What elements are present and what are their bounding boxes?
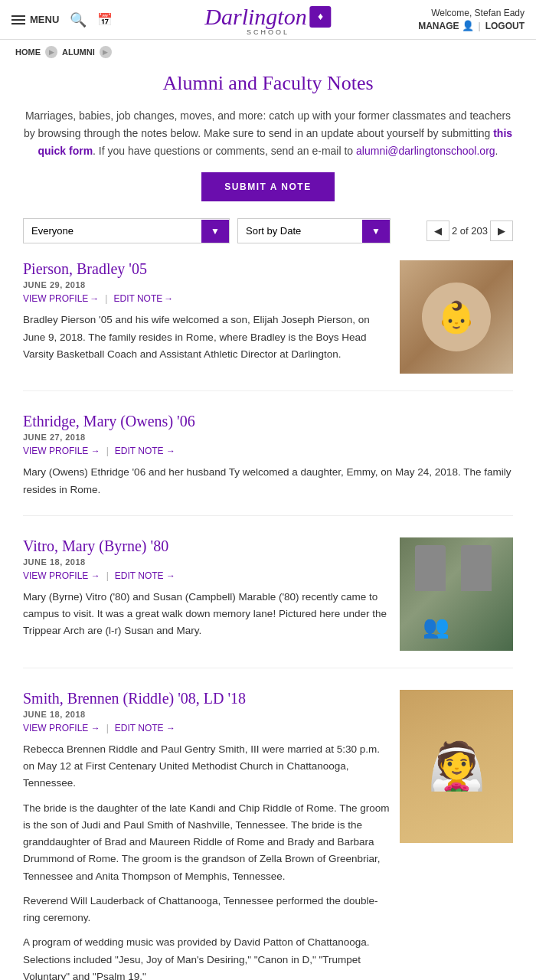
note-image-vitro: 👥 (400, 537, 513, 651)
sort-dropdown-button[interactable]: ▼ (362, 220, 390, 243)
breadcrumb: HOME ▶ ALUMNI ▶ (0, 40, 536, 64)
note-date-vitro: JUNE 18, 2018 (23, 557, 391, 567)
link-sep-pierson: | (105, 293, 107, 304)
note-links-smith: VIEW PROFILE → | EDIT NOTE → (23, 723, 391, 733)
submit-note-button[interactable]: SUBMIT A NOTE (201, 172, 334, 201)
edit-note-pierson[interactable]: EDIT NOTE → (113, 293, 173, 304)
breadcrumb-end-arrow: ▶ (100, 46, 112, 58)
prev-page-button[interactable]: ◀ (427, 220, 449, 241)
view-profile-vitro[interactable]: VIEW PROFILE → (23, 570, 100, 581)
intro-text-1: Marriages, babies, job changes, moves, a… (24, 109, 511, 139)
school-logo: Darlington ♦ (204, 4, 331, 30)
filters-row: Everyone ▼ Sort by Date ▼ ◀ 2 of 203 ▶ (23, 218, 513, 243)
school-name: Darlington (204, 4, 306, 30)
note-item-vitro: Vitro, Mary (Byrne) '80 JUNE 18, 2018 VI… (23, 537, 513, 668)
note-content-pierson: Pierson, Bradley '05 JUNE 29, 2018 VIEW … (23, 260, 400, 374)
edit-note-ethridge[interactable]: EDIT NOTE → (115, 446, 175, 456)
note-image-pierson: 👶 (400, 260, 513, 374)
filter-everyone[interactable]: Everyone ▼ (23, 218, 230, 243)
note-links-ethridge: VIEW PROFILE → | EDIT NOTE → (23, 446, 513, 456)
intro-text-3: . (495, 145, 498, 157)
note-name-ethridge[interactable]: Ethridge, Mary (Owens) '06 (23, 413, 513, 430)
note-text-smith-3: Reverend Will Lauderback of Chattanooga,… (23, 893, 391, 927)
edit-note-smith[interactable]: EDIT NOTE → (115, 723, 175, 733)
view-profile-pierson[interactable]: VIEW PROFILE → (23, 293, 99, 304)
logout-link[interactable]: LOGOUT (485, 21, 525, 31)
header-right: Welcome, Stefan Eady MANAGE 👤 | LOGOUT (418, 8, 525, 31)
note-text-vitro: Mary (Byrne) Vitro ('80) and Susan (Camp… (23, 589, 391, 640)
note-item-smith: Smith, Brennen (Riddle) '08, LD '18 JUNE… (23, 690, 513, 980)
note-text-smith-2: The bride is the daughter of the late Ka… (23, 800, 391, 885)
note-date-ethridge: JUNE 27, 2018 (23, 433, 513, 442)
note-date-smith: JUNE 18, 2018 (23, 710, 391, 719)
manage-user-icon: 👤 (462, 20, 474, 31)
header-divider: | (479, 21, 481, 31)
link-sep-vitro: | (106, 570, 109, 581)
main-content: Alumni and Faculty Notes Marriages, babi… (0, 64, 536, 980)
menu-label: MENU (30, 14, 59, 25)
note-content-vitro: Vitro, Mary (Byrne) '80 JUNE 18, 2018 VI… (23, 537, 400, 651)
breadcrumb-home[interactable]: HOME (15, 47, 41, 57)
menu-button[interactable]: MENU (11, 14, 59, 25)
page-info: 2 of 203 (452, 225, 488, 237)
note-item-ethridge: Ethridge, Mary (Owens) '06 JUNE 27, 2018… (23, 413, 513, 516)
link-sep-ethridge: | (106, 446, 109, 456)
sort-select-wrapper[interactable]: Sort by Date ▼ (237, 218, 391, 243)
note-links-pierson: VIEW PROFILE → | EDIT NOTE → (23, 293, 391, 304)
note-name-smith[interactable]: Smith, Brennen (Riddle) '08, LD '18 (23, 690, 391, 707)
note-text-smith-1: Rebecca Brennen Riddle and Paul Gentry S… (23, 741, 391, 792)
note-image-smith: 👰 (400, 690, 513, 980)
breadcrumb-separator: ▶ (45, 46, 57, 58)
header: MENU 🔍 📅 Darlington ♦ SCHOOL Welcome, St… (0, 0, 536, 40)
edit-note-vitro[interactable]: EDIT NOTE → (115, 570, 175, 581)
note-content-smith: Smith, Brennen (Riddle) '08, LD '18 JUNE… (23, 690, 400, 980)
filter-dropdown-button[interactable]: ▼ (201, 220, 229, 243)
page-title: Alumni and Faculty Notes (23, 72, 513, 95)
note-name-pierson[interactable]: Pierson, Bradley '05 (23, 260, 391, 278)
school-badge: ♦ (310, 6, 332, 28)
search-icon[interactable]: 🔍 (70, 11, 87, 28)
header-center: Darlington ♦ SCHOOL (204, 4, 331, 36)
breadcrumb-alumni[interactable]: ALUMNI (62, 47, 95, 57)
next-page-button[interactable]: ▶ (490, 220, 513, 241)
note-text-ethridge: Mary (Owens) Ethridge '06 and her husban… (23, 464, 513, 498)
hamburger-icon (11, 15, 25, 24)
note-links-vitro: VIEW PROFILE → | EDIT NOTE → (23, 570, 391, 581)
view-profile-smith[interactable]: VIEW PROFILE → (23, 723, 100, 733)
manage-link[interactable]: MANAGE 👤 (418, 20, 473, 31)
view-profile-ethridge[interactable]: VIEW PROFILE → (23, 446, 100, 456)
filter-select[interactable]: Everyone (24, 219, 201, 243)
note-date-pierson: JUNE 29, 2018 (23, 280, 391, 289)
welcome-text: Welcome, Stefan Eady (418, 8, 525, 18)
sort-select[interactable]: Sort by Date (238, 219, 362, 243)
calendar-icon[interactable]: 📅 (97, 12, 113, 27)
note-text-pierson: Bradley Pierson '05 and his wife welcome… (23, 312, 391, 363)
note-name-vitro[interactable]: Vitro, Mary (Byrne) '80 (23, 537, 391, 555)
intro-paragraph: Marriages, babies, job changes, moves, a… (23, 107, 513, 160)
pagination: ◀ 2 of 203 ▶ (427, 220, 513, 241)
link-sep-smith: | (106, 723, 109, 733)
note-text-smith-4: A program of wedding music was provided … (23, 934, 391, 980)
note-item-pierson: Pierson, Bradley '05 JUNE 29, 2018 VIEW … (23, 260, 513, 391)
intro-text-2: . If you have questions or comments, sen… (93, 145, 356, 157)
email-link[interactable]: alumni@darlingtonschool.org (356, 145, 495, 157)
header-left: MENU 🔍 📅 (11, 11, 113, 28)
